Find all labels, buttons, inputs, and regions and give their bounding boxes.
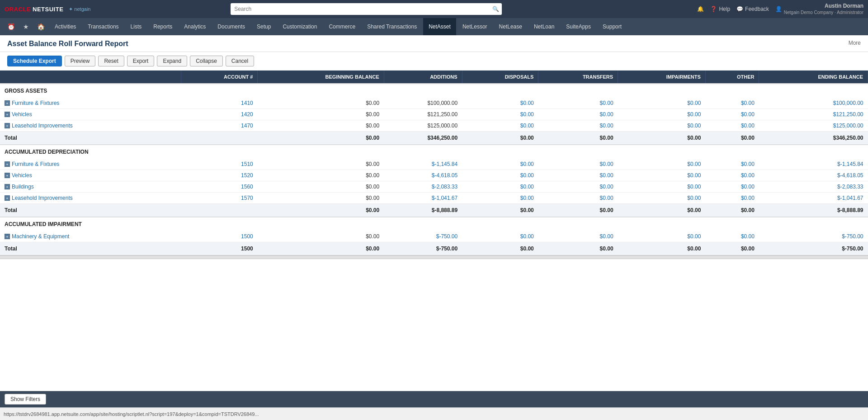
toolbar: Schedule Export Preview Reset Export Exp…: [0, 52, 868, 71]
nav-commerce[interactable]: Commerce: [323, 18, 361, 35]
horizontal-scrollbar[interactable]: [0, 255, 868, 259]
nav-activities[interactable]: Activities: [49, 18, 81, 35]
oracle-logo: ORACLE NETSUITE: [5, 6, 63, 13]
col-header-name: [0, 71, 181, 84]
reset-button[interactable]: Reset: [98, 56, 124, 66]
nav-right-area: 🔔 ❓ Help 💬 Feedback 👤 Austin Dorman Netg…: [697, 3, 863, 16]
home-icon[interactable]: 🏠: [33, 18, 48, 35]
nav-shared-transactions[interactable]: Shared Transactions: [362, 18, 422, 35]
nav-netlease[interactable]: NetLease: [494, 18, 528, 35]
user-role: Netgain Demo Company · Administrator: [784, 9, 863, 15]
nav-lists[interactable]: Lists: [125, 18, 147, 35]
table-row: +Vehicles 1420 $0.00 $121,250.00 $0.00 $…: [0, 109, 868, 120]
search-container: 🔍: [231, 3, 502, 15]
report-tbody: GROSS ASSETS +Furniture & Fixtures 1410 …: [0, 84, 868, 255]
table-header-row: ACCOUNT # BEGINNING BALANCE ADDITIONS DI…: [0, 71, 868, 84]
col-header-additions: ADDITIONS: [384, 71, 462, 84]
col-header-impairments: IMPAIRMENTS: [618, 71, 706, 84]
col-header-ending: ENDING BALANCE: [759, 71, 868, 84]
search-icon: 🔍: [492, 6, 499, 12]
expand-row-icon[interactable]: +: [5, 100, 10, 106]
netgain-logo: ✦ netgain: [69, 6, 90, 12]
nav-netloan[interactable]: NetLoan: [528, 18, 560, 35]
page-title: Asset Balance Roll Forward Report: [7, 40, 128, 48]
export-button[interactable]: Export: [127, 56, 155, 66]
expand-row-icon[interactable]: +: [5, 195, 10, 201]
section-header-accumulated-impairment: ACCUMULATED IMPAIRMENT: [0, 217, 868, 231]
col-header-account: ACCOUNT #: [181, 71, 258, 84]
col-header-transfers: TRANSFERS: [538, 71, 618, 84]
user-profile-button[interactable]: 👤 Austin Dorman Netgain Demo Company · A…: [775, 3, 863, 16]
nav-documents[interactable]: Documents: [212, 18, 250, 35]
col-header-other: OTHER: [705, 71, 759, 84]
total-row-accumulated-depreciation: Total $0.00 $-8,888.89 $0.00 $0.00 $0.00…: [0, 204, 868, 217]
table-row: +Vehicles 1520 $0.00 $-4,618.05 $0.00 $0…: [0, 170, 868, 181]
nav-setup[interactable]: Setup: [251, 18, 276, 35]
expand-row-icon[interactable]: +: [5, 184, 10, 189]
bottom-bar: Show Filters: [0, 391, 868, 393]
expand-button[interactable]: Expand: [157, 56, 187, 66]
nav-suiteapps[interactable]: SuiteApps: [561, 18, 596, 35]
total-row-accumulated-impairment: Total 1500 $0.00 $-750.00 $0.00 $0.00 $0…: [0, 242, 868, 255]
table-row: +Buildings 1560 $0.00 $-2,083.33 $0.00 $…: [0, 181, 868, 193]
expand-row-icon[interactable]: +: [5, 161, 10, 167]
feedback-button[interactable]: 💬 Feedback: [736, 6, 769, 12]
user-info: Austin Dorman Netgain Demo Company · Adm…: [784, 3, 863, 16]
collapse-button[interactable]: Collapse: [190, 56, 223, 66]
logo-area: ORACLE NETSUITE ✦ netgain: [5, 6, 131, 13]
nav-support[interactable]: Support: [597, 18, 627, 35]
page-content: Asset Balance Roll Forward Report More S…: [0, 35, 868, 393]
user-name: Austin Dorman: [784, 3, 863, 10]
table-row: +Leasehold Improvements 1470 $0.00 $125,…: [0, 120, 868, 132]
main-navigation: ⏰ ★ 🏠 Activities Transactions Lists Repo…: [0, 18, 868, 35]
favorites-icon[interactable]: ★: [19, 18, 33, 35]
col-header-beginning: BEGINNING BALANCE: [258, 71, 384, 84]
recent-icon[interactable]: ⏰: [4, 18, 19, 35]
expand-row-icon[interactable]: +: [5, 112, 10, 117]
nav-transactions[interactable]: Transactions: [82, 18, 124, 35]
expand-row-icon[interactable]: +: [5, 123, 10, 128]
nav-customization[interactable]: Customization: [277, 18, 322, 35]
help-button[interactable]: ❓ Help: [710, 6, 730, 12]
total-row-gross-assets: Total $0.00 $346,250.00 $0.00 $0.00 $0.0…: [0, 132, 868, 145]
preview-button[interactable]: Preview: [65, 56, 96, 66]
expand-row-icon[interactable]: +: [5, 234, 10, 239]
search-input[interactable]: [231, 3, 502, 15]
table-row: +Furniture & Fixtures 1510 $0.00 $-1,145…: [0, 159, 868, 170]
cancel-button[interactable]: Cancel: [226, 56, 254, 66]
nav-analytics[interactable]: Analytics: [179, 18, 211, 35]
schedule-export-button[interactable]: Schedule Export: [7, 56, 62, 66]
nav-reports[interactable]: Reports: [148, 18, 178, 35]
expand-row-icon[interactable]: +: [5, 173, 10, 178]
report-wrapper: ACCOUNT # BEGINNING BALANCE ADDITIONS DI…: [0, 71, 868, 255]
table-row: +Machinery & Equipment 1500 $0.00 $-750.…: [0, 231, 868, 242]
nav-netasset[interactable]: NetAsset: [423, 18, 456, 35]
more-link[interactable]: More: [849, 40, 861, 46]
table-row: +Furniture & Fixtures 1410 $0.00 $100,00…: [0, 98, 868, 109]
col-header-disposals: DISPOSALS: [462, 71, 538, 84]
report-table: ACCOUNT # BEGINNING BALANCE ADDITIONS DI…: [0, 71, 868, 255]
page-header: Asset Balance Roll Forward Report More: [0, 35, 868, 52]
table-row: +Leasehold Improvements 1570 $0.00 $-1,0…: [0, 193, 868, 204]
top-navigation: ORACLE NETSUITE ✦ netgain 🔍 🔔 ❓ Help 💬 F…: [0, 0, 868, 18]
section-header-gross-assets: GROSS ASSETS: [0, 84, 868, 98]
notifications-button[interactable]: 🔔: [697, 6, 704, 12]
nav-netlessor[interactable]: NetLessor: [457, 18, 493, 35]
section-header-accumulated-depreciation: ACCUMULATED DEPRECIATION: [0, 145, 868, 159]
